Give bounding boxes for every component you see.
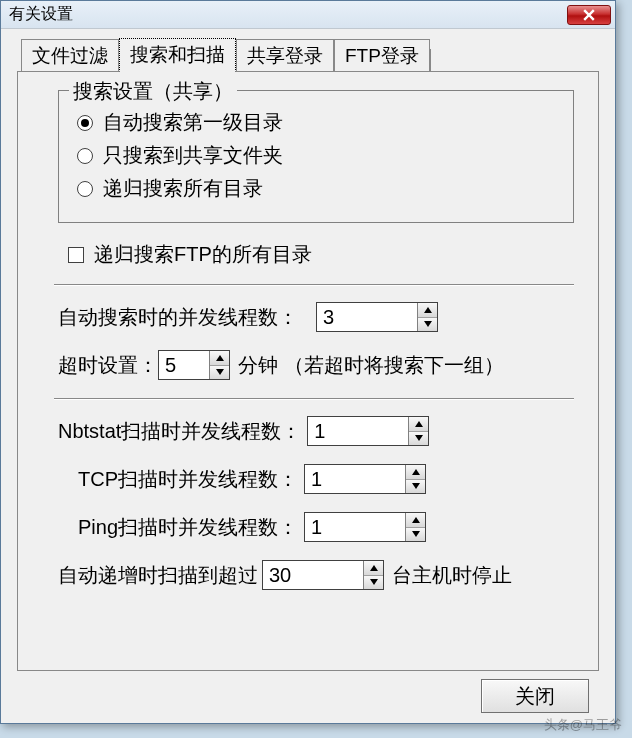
- close-button[interactable]: 关闭: [481, 679, 589, 713]
- tab-search-scan[interactable]: 搜索和扫描: [119, 38, 236, 72]
- row-nbtstat-threads: Nbtstat扫描时并发线程数：: [58, 416, 574, 446]
- spin-up-icon[interactable]: [418, 303, 437, 318]
- spin-down-icon[interactable]: [406, 480, 425, 494]
- input-tcp-threads[interactable]: [305, 465, 405, 493]
- label-tcp-threads: TCP扫描时并发线程数：: [58, 466, 298, 493]
- label-auto-prefix: 自动递增时扫描到超过: [58, 562, 258, 589]
- label-timeout: 超时设置：: [58, 352, 158, 379]
- input-search-threads[interactable]: [317, 303, 417, 331]
- row-auto-increment-stop: 自动递增时扫描到超过 台主机时停止: [58, 560, 574, 590]
- window-close-button[interactable]: [567, 5, 611, 25]
- tab-file-filter[interactable]: 文件过滤: [21, 39, 119, 72]
- spin-down-icon[interactable]: [210, 366, 229, 380]
- spinner-nbtstat-threads[interactable]: [307, 416, 429, 446]
- spin-up-icon[interactable]: [406, 513, 425, 528]
- check-row-ftp-recursive[interactable]: 递归搜索FTP的所有目录: [58, 239, 574, 276]
- tab-share-login[interactable]: 共享登录: [236, 39, 334, 72]
- spinner-ping-threads[interactable]: [304, 512, 426, 542]
- spin-down-icon[interactable]: [418, 318, 437, 332]
- radio-row-share-only[interactable]: 只搜索到共享文件夹: [77, 142, 555, 169]
- spin-up-icon[interactable]: [364, 561, 383, 576]
- radio-label: 自动搜索第一级目录: [103, 109, 283, 136]
- spin-down-icon[interactable]: [364, 576, 383, 590]
- radio-label: 递归搜索所有目录: [103, 175, 263, 202]
- spinner-auto-hosts[interactable]: [262, 560, 384, 590]
- close-icon: [583, 9, 595, 21]
- checkbox-ftp-recursive[interactable]: [68, 247, 84, 263]
- input-auto-hosts[interactable]: [263, 561, 363, 589]
- group-search-settings: 搜索设置（共享） 自动搜索第一级目录 只搜索到共享文件夹 递归搜索所有目录: [58, 90, 574, 223]
- spinner-tcp-threads[interactable]: [304, 464, 426, 494]
- separator: [54, 284, 574, 286]
- radio-recursive[interactable]: [77, 181, 93, 197]
- input-timeout[interactable]: [159, 351, 209, 379]
- spinner-timeout[interactable]: [158, 350, 230, 380]
- spin-up-icon[interactable]: [210, 351, 229, 366]
- tab-strip: 文件过滤 搜索和扫描 共享登录 FTP登录: [17, 41, 599, 71]
- label-auto-suffix: 台主机时停止: [392, 562, 512, 589]
- radio-row-recursive[interactable]: 递归搜索所有目录: [77, 175, 555, 202]
- row-ping-threads: Ping扫描时并发线程数：: [58, 512, 574, 542]
- row-search-threads: 自动搜索时的并发线程数：: [58, 302, 574, 332]
- settings-dialog: 有关设置 文件过滤 搜索和扫描 共享登录 FTP登录 搜索设置（共享） 自动搜索…: [0, 0, 616, 724]
- label-search-threads: 自动搜索时的并发线程数：: [58, 304, 298, 331]
- spin-up-icon[interactable]: [406, 465, 425, 480]
- radio-first-level[interactable]: [77, 115, 93, 131]
- checkbox-label: 递归搜索FTP的所有目录: [94, 241, 312, 268]
- watermark: 头条@马王爷: [544, 716, 622, 734]
- dialog-footer: 关闭: [17, 671, 599, 713]
- tab-end-sep: [430, 49, 431, 71]
- radio-label: 只搜索到共享文件夹: [103, 142, 283, 169]
- spin-down-icon[interactable]: [409, 432, 428, 446]
- input-ping-threads[interactable]: [305, 513, 405, 541]
- separator: [54, 398, 574, 400]
- client-area: 文件过滤 搜索和扫描 共享登录 FTP登录 搜索设置（共享） 自动搜索第一级目录…: [1, 29, 615, 723]
- input-nbtstat-threads[interactable]: [308, 417, 408, 445]
- row-tcp-threads: TCP扫描时并发线程数：: [58, 464, 574, 494]
- label-nbtstat-threads: Nbtstat扫描时并发线程数：: [58, 418, 301, 445]
- group-legend: 搜索设置（共享）: [69, 78, 237, 105]
- titlebar: 有关设置: [1, 1, 615, 29]
- label-timeout-suffix: 分钟 （若超时将搜索下一组）: [238, 352, 504, 379]
- tab-ftp-login[interactable]: FTP登录: [334, 39, 430, 72]
- radio-share-only[interactable]: [77, 148, 93, 164]
- radio-row-first-level[interactable]: 自动搜索第一级目录: [77, 109, 555, 136]
- row-timeout: 超时设置： 分钟 （若超时将搜索下一组）: [58, 350, 574, 380]
- spin-up-icon[interactable]: [409, 417, 428, 432]
- label-ping-threads: Ping扫描时并发线程数：: [58, 514, 298, 541]
- spinner-search-threads[interactable]: [316, 302, 438, 332]
- spin-down-icon[interactable]: [406, 528, 425, 542]
- window-title: 有关设置: [9, 4, 567, 25]
- tab-panel-search-scan: 搜索设置（共享） 自动搜索第一级目录 只搜索到共享文件夹 递归搜索所有目录 递归…: [17, 71, 599, 671]
